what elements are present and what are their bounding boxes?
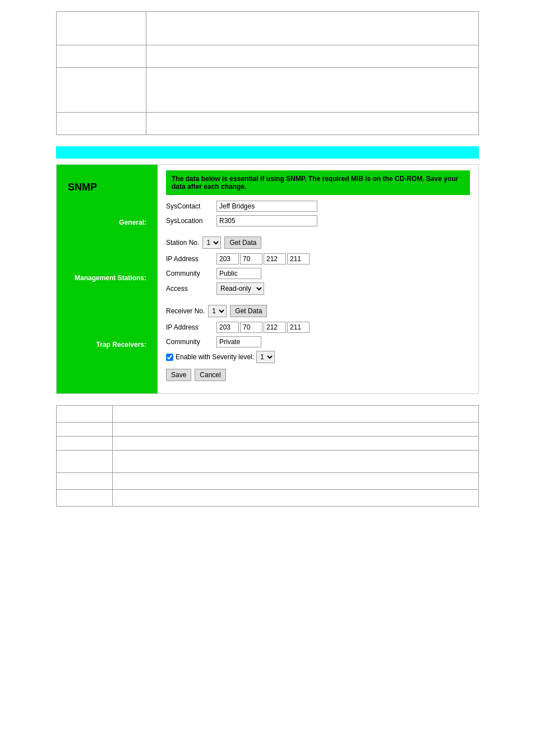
mgmt-access-label: Access <box>166 285 216 293</box>
top-table-left-2 <box>57 45 146 68</box>
top-table-right-3 <box>146 68 479 113</box>
mgmt-get-data-button[interactable]: Get Data <box>224 236 261 249</box>
mgmt-ip1-input[interactable] <box>216 253 239 265</box>
trap-get-data-button[interactable]: Get Data <box>230 305 267 317</box>
bottom-table-right-5 <box>113 473 479 490</box>
receiver-no-label: Receiver No. <box>166 307 205 315</box>
snmp-panel: SNMP General: Management Stations: Trap … <box>56 164 479 394</box>
top-table-right-1 <box>146 12 479 45</box>
snmp-right-content: The data below is essential if using SNM… <box>158 165 478 393</box>
syslocation-input[interactable] <box>216 215 317 226</box>
table-row <box>57 423 479 437</box>
mgmt-access-row: Access Read-only Read-write <box>166 282 470 295</box>
trap-ip4-input[interactable] <box>287 322 310 333</box>
table-row <box>57 473 479 490</box>
snmp-left-sidebar: SNMP General: Management Stations: Trap … <box>57 165 158 393</box>
syslocation-label: SysLocation <box>166 217 216 225</box>
top-table-left-3 <box>57 68 146 113</box>
trap-ip3-input[interactable] <box>264 322 286 333</box>
trap-ip1-input[interactable] <box>216 322 239 333</box>
mgmt-ip2-input[interactable] <box>240 253 262 265</box>
mgmt-ip-group <box>216 253 310 265</box>
bottom-table-left-6 <box>57 490 113 507</box>
station-no-select[interactable]: 1 2 3 <box>202 236 221 249</box>
station-no-label: Station No. <box>166 239 199 247</box>
bottom-table-left-1 <box>57 406 113 423</box>
top-table-right-2 <box>146 45 479 68</box>
bottom-table-right-6 <box>113 490 479 507</box>
table-row <box>57 113 479 135</box>
top-table-left-1 <box>57 12 146 45</box>
table-row <box>57 451 479 473</box>
top-table <box>56 11 479 135</box>
top-table-right-4 <box>146 113 479 135</box>
trap-ip-group <box>216 322 310 333</box>
mgmt-ip3-input[interactable] <box>264 253 286 265</box>
mgmt-ip4-input[interactable] <box>287 253 310 265</box>
bottom-table <box>56 405 479 507</box>
syslocation-row: SysLocation <box>166 215 470 226</box>
severity-select[interactable]: 1 2 3 <box>256 351 275 363</box>
station-row: Station No. 1 2 3 Get Data <box>166 236 470 249</box>
table-row <box>57 490 479 507</box>
bottom-table-right-1 <box>113 406 479 423</box>
table-row <box>57 68 479 113</box>
cancel-button[interactable]: Cancel <box>195 369 225 381</box>
bottom-table-right-3 <box>113 437 479 451</box>
mgmt-ip-label: IP Address <box>166 255 216 263</box>
receiver-no-select[interactable]: 1 2 3 <box>208 305 227 317</box>
table-row <box>57 45 479 68</box>
mgmt-community-input[interactable] <box>216 268 261 279</box>
action-buttons: Save Cancel <box>166 369 470 381</box>
snmp-title: SNMP <box>68 182 146 193</box>
trap-community-label: Community <box>166 338 216 346</box>
syscontact-row: SysContact <box>166 201 470 212</box>
trap-receivers-label: Trap Receivers: <box>68 341 146 349</box>
trap-ip-label: IP Address <box>166 323 216 331</box>
table-row <box>57 406 479 423</box>
mgmt-access-select[interactable]: Read-only Read-write <box>216 282 264 295</box>
bottom-table-left-4 <box>57 451 113 473</box>
bottom-table-right-2 <box>113 423 479 437</box>
table-row <box>57 437 479 451</box>
save-button[interactable]: Save <box>166 369 191 381</box>
top-table-left-4 <box>57 113 146 135</box>
receiver-row: Receiver No. 1 2 3 Get Data <box>166 305 470 317</box>
bottom-table-right-4 <box>113 451 479 473</box>
mgmt-community-label: Community <box>166 270 216 277</box>
general-section-label: General: <box>68 219 146 226</box>
enable-severity-row: Enable with Severity level: 1 2 3 <box>166 351 470 363</box>
management-stations-label: Management Stations: <box>68 274 146 282</box>
syscontact-input[interactable] <box>216 201 317 212</box>
table-row <box>57 12 479 45</box>
trap-community-input[interactable] <box>216 336 261 347</box>
cyan-header-bar <box>56 146 479 159</box>
mgmt-ip-row: IP Address <box>166 253 470 265</box>
trap-community-row: Community <box>166 336 470 347</box>
bottom-table-left-5 <box>57 473 113 490</box>
syscontact-label: SysContact <box>166 202 216 210</box>
trap-ip-row: IP Address <box>166 322 470 333</box>
mgmt-community-row: Community <box>166 268 470 279</box>
trap-ip2-input[interactable] <box>240 322 262 333</box>
enable-checkbox[interactable] <box>166 354 173 361</box>
bottom-table-left-2 <box>57 423 113 437</box>
snmp-description: The data below is essential if using SNM… <box>166 170 470 195</box>
enable-severity-label: Enable with Severity level: <box>176 353 254 361</box>
bottom-table-left-3 <box>57 437 113 451</box>
